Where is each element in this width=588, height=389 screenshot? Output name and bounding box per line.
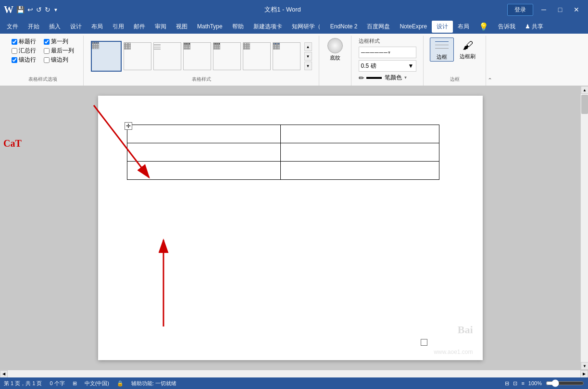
table-style-5[interactable] [243,42,271,70]
scroll-thumb[interactable] [581,95,588,114]
pen-color-dropdown[interactable]: ▼ [404,75,408,80]
language: 中文(中国) [85,380,109,387]
border-width-value: 0.5 磅 [361,62,408,70]
checkbox-last-col[interactable]: 最后一列 [44,47,74,55]
quick-access-more[interactable]: ▼ [53,7,58,13]
checkbox-title-row[interactable]: 标题行 [12,38,36,46]
checkbox-band-cols-input[interactable] [44,57,50,63]
quick-save[interactable]: 💾 [16,6,25,13]
table-cell-3-1[interactable] [127,162,281,180]
watermark: Bai [458,324,473,336]
checkbox-title-row-input[interactable] [12,39,17,45]
table-style-6[interactable] [273,42,300,70]
document-table[interactable] [127,125,439,180]
shading-content: 底纹 [323,38,347,82]
checkbox-first-col[interactable]: 第一列 [44,38,68,46]
border-brush-label: 边框刷 [460,53,475,60]
window-buttons: ─ □ ✕ [536,2,584,17]
table-cell-1-2[interactable] [281,125,439,143]
table-move-handle[interactable]: ✛ [125,122,132,130]
h-scroll-right[interactable]: ▶ [580,370,588,378]
menu-help[interactable]: 帮助 [227,21,249,33]
checkbox-band-rows-input[interactable] [12,57,17,63]
ribbon-group-borders: 边框 🖌 边框刷 边框 [424,36,486,86]
menu-new-tab[interactable]: 新建选项卡 [249,21,287,33]
menu-zhiwang[interactable]: 知网研学（ [287,21,325,33]
checkbox-band-rows[interactable]: 镶边行 [12,56,36,64]
checkbox-band-cols[interactable]: 镶边列 [44,56,68,64]
menu-table-layout[interactable]: 布局 [453,21,474,33]
menu-insert[interactable]: 插入 [44,21,65,33]
menu-baidupan[interactable]: 百度网盘 [362,21,395,33]
table-style-1[interactable] [124,42,151,70]
menu-table-design[interactable]: 设计 [432,21,453,33]
table-style-3[interactable] [183,42,211,70]
checkbox-band-cols-label: 镶边列 [51,56,68,64]
menu-references[interactable]: 引用 [108,21,129,33]
menu-file[interactable]: 文件 [2,21,23,33]
checkbox-total-row-label: 汇总行 [19,47,36,55]
undo-btn[interactable]: ↩ [27,6,33,13]
menu-light-icon[interactable]: 💡 [474,20,493,33]
zoom-slider[interactable] [546,380,584,386]
checkbox-title-row-label: 标题行 [19,38,36,46]
table-cell-1-1[interactable] [127,125,281,143]
menu-noteexpress[interactable]: NoteExpre [395,21,432,32]
view-icon-1[interactable]: ⊟ [505,380,509,387]
pen-color-label: 笔颜色 [385,74,402,82]
checkbox-first-col-input[interactable] [44,39,50,45]
accessibility: 辅助功能: 一切就绪 [131,380,176,387]
ribbon-group-table-style-options: 标题行 第一列 汇总行 最 [2,36,84,86]
scroll-down-btn[interactable]: ▼ [581,362,588,370]
table-resize-handle[interactable] [421,339,427,346]
gallery-scroll: ▲ ▼ ▼ [304,42,312,70]
gallery-scroll-up[interactable]: ▲ [304,42,312,51]
border-button[interactable]: 边框 [430,38,454,62]
login-button[interactable]: 登录 [507,4,533,16]
scroll-up-btn[interactable]: ▲ [581,86,588,94]
checkbox-total-row[interactable]: 汇总行 [12,47,36,55]
ribbon-expand-btn[interactable]: ⌃ [486,36,494,86]
shading-button[interactable]: 底纹 [323,38,347,62]
menu-share[interactable]: ♟ 共享 [520,21,548,33]
table-cell-3-2[interactable] [281,162,439,180]
redo-btn[interactable]: ↺ [36,6,42,13]
menu-mathtype[interactable]: MathType [192,21,227,32]
restore-button[interactable]: □ [552,2,568,17]
menu-layout[interactable]: 布局 [87,21,108,33]
doc-and-scroll: ✛ [0,86,588,377]
word-icon: W [4,4,13,15]
shading-icon [327,38,343,53]
view-icon-3[interactable]: ≡ [521,380,524,386]
table-style-2[interactable] [153,42,181,70]
h-scroll-left[interactable]: ◀ [0,370,8,378]
table-cell-2-1[interactable] [127,143,281,162]
minimize-button[interactable]: ─ [536,2,551,17]
checkbox-total-row-input[interactable] [12,48,17,54]
border-width-dropdown[interactable]: 0.5 磅 ▼ [359,60,416,72]
menu-home[interactable]: 开始 [23,21,44,33]
zoom-level: 100% [528,380,542,386]
view-icon-2[interactable]: ⊡ [513,380,517,387]
close-button[interactable]: ✕ [569,2,584,17]
status-bar: 第 1 页，共 1 页 0 个字 ⊞ 中文(中国) 🔒 辅助功能: 一切就绪 ⊟… [0,377,588,389]
menu-view[interactable]: 视图 [171,21,192,33]
checkbox-last-col-input[interactable] [44,48,50,54]
watermark2: www.aoe1.com [434,349,473,355]
title-bar-right: 登录 ─ □ ✕ [507,2,584,17]
border-style-dropdown[interactable]: ────────── ▼ [359,47,416,58]
pen-color-swatch [366,77,382,79]
border-brush-button[interactable]: 🖌 边框刷 [456,38,480,62]
table-cell-2-2[interactable] [281,143,439,162]
menu-review[interactable]: 审阅 [150,21,171,33]
gallery-scroll-down[interactable]: ▼ [304,52,312,61]
table-style-selected[interactable] [91,41,122,72]
menu-endnote[interactable]: EndNote 2 [325,21,363,32]
menu-mailing[interactable]: 邮件 [129,21,150,33]
menu-design[interactable]: 设计 [65,21,87,33]
menu-tellme[interactable]: 告诉我 [493,21,520,33]
table-style-4[interactable] [213,42,241,70]
refresh-btn[interactable]: ↻ [45,6,50,13]
gallery-more[interactable]: ▼ [304,62,312,70]
pen-color-row: ✏ 笔颜色 ▼ [359,74,408,82]
